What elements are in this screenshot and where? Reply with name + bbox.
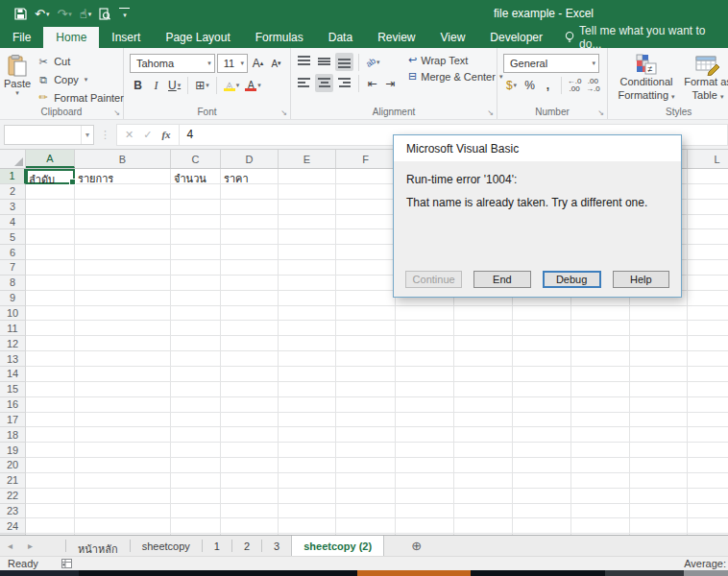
bottom-align-button[interactable] [335,53,353,71]
cell-B17[interactable] [75,413,171,428]
cell-H22[interactable] [454,489,513,504]
cell-F11[interactable] [336,321,396,336]
cell-E24[interactable] [279,518,336,534]
touch-mode-button[interactable]: ☝▾ [77,6,94,22]
cell-E9[interactable] [279,291,336,306]
ribbon-tab-view[interactable]: View [428,27,478,48]
cell-I23[interactable] [513,504,571,519]
cell-A11[interactable] [26,321,75,336]
cell-D13[interactable] [221,351,279,367]
save-icon[interactable] [12,6,30,22]
cell-F20[interactable] [336,458,396,473]
cut-button[interactable]: ✂Cut [36,54,124,70]
name-box[interactable]: ▾ [4,125,94,145]
cell-L19[interactable] [688,443,728,458]
row-header-24[interactable]: 24 [0,518,26,534]
cell-B2[interactable] [75,184,171,200]
cell-F9[interactable] [336,291,396,306]
cell-E19[interactable] [279,443,336,458]
cell-C2[interactable] [171,184,221,200]
underline-button[interactable]: U▾ [166,77,182,95]
column-header-E[interactable]: E [279,150,336,168]
cell-A2[interactable] [26,184,75,200]
cell-J22[interactable] [571,489,630,504]
cell-L14[interactable] [688,367,728,382]
cell-D12[interactable] [221,336,279,351]
number-dialog-launcher[interactable]: ↘ [597,108,604,117]
sheet-tab-หน้าหลัก[interactable]: หน้าหลัก [66,536,130,556]
cell-J14[interactable] [571,367,630,382]
cancel-icon[interactable]: ✕ [125,129,133,141]
cell-A23[interactable] [26,504,75,519]
cell-A20[interactable] [26,458,75,473]
cell-F12[interactable] [336,336,396,351]
increase-font-size-button[interactable]: A▴ [250,55,266,73]
cell-L13[interactable] [688,351,728,367]
cell-F8[interactable] [336,276,396,291]
cell-C9[interactable] [171,291,221,306]
ribbon-tab-page-layout[interactable]: Page Layout [153,27,242,48]
cell-D15[interactable] [221,382,279,397]
cell-H14[interactable] [454,367,513,382]
cell-H12[interactable] [454,336,513,351]
customize-qat-button[interactable]: ▾ [119,8,130,20]
cell-F7[interactable] [336,260,396,276]
italic-button[interactable]: I [148,77,164,95]
cell-E6[interactable] [279,245,336,260]
row-header-20[interactable]: 20 [0,458,26,473]
cell-H21[interactable] [454,473,513,489]
cell-A24[interactable] [26,518,75,534]
cell-I14[interactable] [513,367,571,382]
cell-C16[interactable] [171,397,221,413]
cell-H19[interactable] [454,443,513,458]
cell-L22[interactable] [688,489,728,504]
cell-B5[interactable] [75,229,171,245]
cell-K10[interactable] [630,306,688,322]
cell-J21[interactable] [571,473,630,489]
cell-F4[interactable] [336,215,396,230]
cell-A6[interactable] [26,245,75,260]
cell-L15[interactable] [688,382,728,397]
cell-A21[interactable] [26,473,75,489]
cell-G13[interactable] [396,351,454,367]
copy-button[interactable]: ⧉Copy▾ [36,72,124,88]
paste-dropdown-icon[interactable]: ▾ [15,89,19,97]
format-as-table-button[interactable]: Format as Table ▾ [677,51,728,103]
row-header-9[interactable]: 9 [0,291,26,306]
insert-function-icon[interactable]: fx [161,129,170,140]
cell-J23[interactable] [571,504,630,519]
cell-G12[interactable] [396,336,454,351]
cell-B24[interactable] [75,518,171,534]
cell-B20[interactable] [75,458,171,473]
cell-B6[interactable] [75,245,171,260]
cell-F2[interactable] [336,184,396,200]
cell-A4[interactable] [26,215,75,230]
cell-I20[interactable] [513,458,571,473]
decrease-font-size-button[interactable]: A▾ [268,55,284,73]
cell-G18[interactable] [396,427,454,443]
cell-C1[interactable]: จำนวน [171,169,221,184]
cell-J13[interactable] [571,351,630,367]
cell-D8[interactable] [221,276,279,291]
cell-G10[interactable] [396,306,454,322]
cell-J11[interactable] [571,321,630,336]
cell-C6[interactable] [171,245,221,260]
cell-C24[interactable] [171,518,221,534]
cell-A9[interactable] [26,291,75,306]
cell-K16[interactable] [630,397,688,413]
ribbon-tab-data[interactable]: Data [316,27,365,48]
cell-E16[interactable] [279,397,336,413]
cell-E8[interactable] [279,276,336,291]
cell-F6[interactable] [336,245,396,260]
cell-D6[interactable] [221,245,279,260]
cell-L17[interactable] [688,413,728,428]
copy-dropdown-icon[interactable]: ▾ [85,76,88,84]
ribbon-tab-review[interactable]: Review [365,27,427,48]
cell-L23[interactable] [688,504,728,519]
cell-K18[interactable] [630,427,688,443]
cell-A10[interactable] [26,306,75,322]
cell-E13[interactable] [279,351,336,367]
cell-D2[interactable] [221,184,279,200]
cell-L7[interactable] [688,260,728,276]
cell-E7[interactable] [279,260,336,276]
